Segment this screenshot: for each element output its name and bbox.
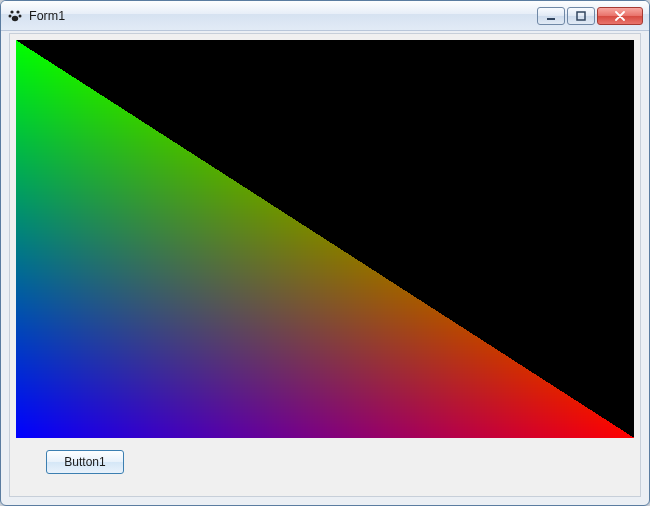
svg-point-0 xyxy=(10,10,13,13)
minimize-button[interactable] xyxy=(537,7,565,25)
maximize-button[interactable] xyxy=(567,7,595,25)
gradient-triangle-canvas xyxy=(16,40,634,438)
window-title: Form1 xyxy=(29,9,537,23)
paw-icon xyxy=(7,8,23,24)
svg-point-2 xyxy=(9,14,12,17)
titlebar[interactable]: Form1 xyxy=(1,1,649,31)
svg-point-3 xyxy=(19,14,22,17)
button1[interactable]: Button1 xyxy=(46,450,124,474)
window-controls xyxy=(537,7,643,25)
close-button[interactable] xyxy=(597,7,643,25)
app-window: Form1 Button1 xyxy=(0,0,650,506)
client-area: Button1 xyxy=(9,33,641,497)
svg-rect-6 xyxy=(577,12,585,20)
svg-point-1 xyxy=(16,10,19,13)
svg-rect-5 xyxy=(547,18,555,20)
svg-point-4 xyxy=(12,15,18,21)
render-panel xyxy=(16,40,634,438)
